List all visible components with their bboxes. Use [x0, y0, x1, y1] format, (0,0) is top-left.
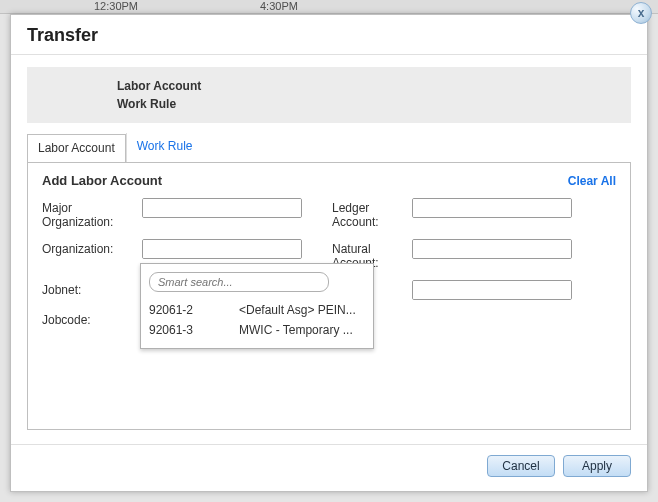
cancel-button[interactable]: Cancel — [487, 455, 555, 477]
label-major-organization: Major Organization: — [42, 198, 142, 229]
label-jobnet: Jobnet: — [42, 280, 142, 297]
dropdown-option[interactable]: 92061-2 <Default Asg> PEIN... — [149, 300, 365, 320]
input-ledger-account[interactable] — [413, 199, 571, 217]
input-major-organization[interactable] — [143, 199, 301, 217]
option-code: 92061-3 — [149, 323, 239, 337]
divider — [11, 54, 647, 55]
combo-blank-right[interactable] — [412, 280, 572, 300]
dropdown-options: 92061-2 <Default Asg> PEIN... 92061-3 MW… — [141, 300, 373, 348]
option-desc: <Default Asg> PEIN... — [239, 303, 365, 317]
input-natural-account[interactable] — [413, 240, 571, 258]
label-ledger-account: Ledger Account: — [332, 198, 412, 229]
dialog-title: Transfer — [27, 25, 631, 46]
input-blank-right[interactable] — [413, 281, 571, 299]
dialog-footer: Cancel Apply — [11, 445, 647, 477]
tab-bar: Labor Account Work Rule — [27, 133, 631, 162]
info-labor-account: Labor Account — [117, 77, 619, 95]
combo-ledger-account[interactable] — [412, 198, 572, 218]
input-organization[interactable] — [143, 240, 301, 258]
info-bar: Labor Account Work Rule — [27, 67, 631, 123]
panel-header: Add Labor Account Clear All — [42, 173, 616, 188]
jobnet-dropdown: 92061-2 <Default Asg> PEIN... 92061-3 MW… — [140, 263, 374, 349]
dropdown-btn-blank-right[interactable] — [571, 281, 572, 299]
panel-title: Add Labor Account — [42, 173, 162, 188]
clear-all-link[interactable]: Clear All — [568, 174, 616, 188]
close-icon: x — [638, 6, 645, 20]
dropdown-btn-ledger-account[interactable] — [571, 199, 572, 217]
tab-work-rule[interactable]: Work Rule — [126, 133, 203, 162]
apply-button[interactable]: Apply — [563, 455, 631, 477]
dropdown-btn-major-organization[interactable] — [301, 199, 302, 217]
smart-search-input[interactable] — [149, 272, 329, 292]
combo-major-organization[interactable] — [142, 198, 302, 218]
info-work-rule: Work Rule — [117, 95, 619, 113]
combo-organization[interactable] — [142, 239, 302, 259]
dropdown-option[interactable]: 92061-3 MWIC - Temporary ... — [149, 320, 365, 340]
transfer-dialog: Transfer Labor Account Work Rule Labor A… — [10, 14, 648, 492]
label-jobcode: Jobcode: — [42, 310, 142, 327]
combo-natural-account[interactable] — [412, 239, 572, 259]
tab-labor-account[interactable]: Labor Account — [27, 134, 126, 163]
option-desc: MWIC - Temporary ... — [239, 323, 365, 337]
label-organization: Organization: — [42, 239, 142, 256]
close-button[interactable]: x — [630, 2, 652, 24]
labor-account-panel: Add Labor Account Clear All Major Organi… — [27, 162, 631, 430]
dropdown-btn-organization[interactable] — [301, 240, 302, 258]
dialog-header: Transfer — [11, 15, 647, 54]
dropdown-btn-natural-account[interactable] — [571, 240, 572, 258]
option-code: 92061-2 — [149, 303, 239, 317]
